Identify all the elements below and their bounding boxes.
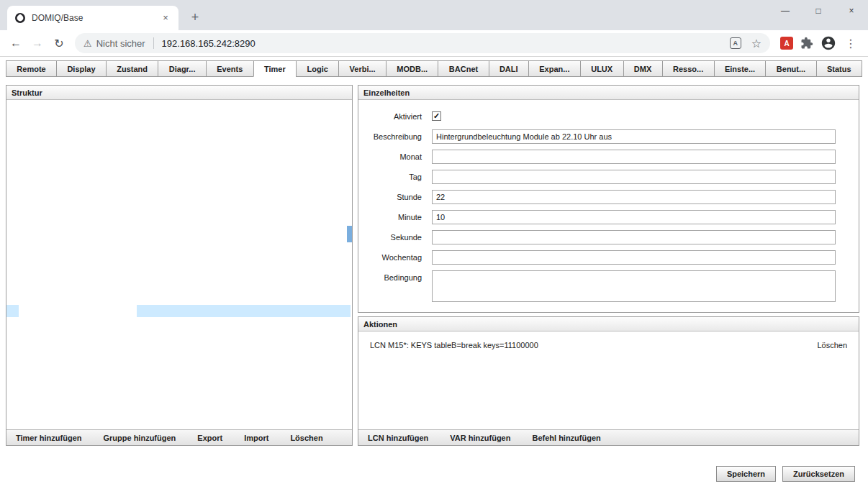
struktur-tree[interactable] [6, 100, 352, 429]
befehl-hinzufuegen-button[interactable]: Befehl hinzufügen [532, 434, 600, 442]
beschreibung-input[interactable] [432, 129, 836, 144]
tag-label: Tag [358, 170, 432, 184]
back-button[interactable]: ← [6, 33, 26, 53]
reload-button[interactable]: ↻ [49, 33, 69, 53]
sekunde-label: Sekunde [358, 230, 432, 244]
stunde-input[interactable] [432, 190, 836, 204]
action-item-text: LCN M15*: KEYS tableB=break keys=1110000… [370, 341, 817, 349]
tab-display[interactable]: Display [56, 60, 107, 77]
timer-hinzufuegen-button[interactable]: Timer hinzufügen [16, 434, 81, 442]
tab-events[interactable]: Events [206, 60, 254, 77]
stunde-label: Stunde [358, 190, 432, 204]
tab-dali[interactable]: DALI [489, 60, 529, 77]
browser-tab-title: DOMIQ/Base [32, 13, 154, 23]
browser-navbar: ← → ↻ ⚠ Nicht sicher 192.168.165.242:829… [0, 30, 868, 57]
timer-form: Aktiviert ✓ Beschreibung Monat Tag Stund… [358, 100, 859, 302]
struktur-toolbar: Timer hinzufügen Gruppe hinzufügen Expor… [6, 429, 352, 445]
security-warning-label[interactable]: Nicht sicher [96, 38, 145, 49]
tab-modbus[interactable]: MODB... [386, 60, 439, 77]
minimize-button[interactable]: — [769, 0, 802, 22]
bookmark-star-icon[interactable]: ☆ [751, 37, 761, 50]
maximize-button[interactable]: □ [802, 0, 835, 22]
struktur-panel: Struktur Timer hinzufügen Gruppe hinzufü… [6, 85, 353, 446]
adobe-acrobat-extension-icon[interactable]: A [780, 37, 793, 50]
tab-timer[interactable]: Timer [253, 60, 297, 77]
wochentag-label: Wochentag [358, 250, 432, 265]
browser-menu-icon[interactable]: ⋮ [844, 37, 858, 50]
speichern-button[interactable]: Speichern [716, 466, 776, 482]
monat-input[interactable] [432, 150, 836, 164]
action-delete-button[interactable]: Löschen [817, 341, 847, 349]
tab-ulux[interactable]: ULUX [580, 60, 624, 77]
einzelheiten-panel: Einzelheiten Aktiviert ✓ Beschreibung Mo… [358, 85, 859, 313]
extensions-puzzle-icon[interactable] [800, 37, 813, 50]
wochentag-input[interactable] [432, 250, 836, 265]
tab-logic[interactable]: Logic [296, 60, 339, 77]
url-text[interactable]: 192.168.165.242:8290 [162, 38, 725, 49]
tab-benutzer[interactable]: Benut... [765, 60, 816, 77]
struktur-loeschen-button[interactable]: Löschen [290, 434, 322, 442]
domiq-favicon-icon [14, 12, 26, 24]
gruppe-hinzufuegen-button[interactable]: Gruppe hinzufügen [103, 434, 176, 442]
profile-avatar-icon[interactable] [820, 35, 836, 51]
minute-label: Minute [358, 210, 432, 224]
aktionen-panel: Aktionen LCN M15*: KEYS tableB=break key… [358, 316, 859, 446]
aktiviert-label: Aktiviert [358, 109, 432, 124]
security-warning-icon[interactable]: ⚠ [83, 38, 92, 49]
tab-zustand[interactable]: Zustand [106, 60, 159, 77]
tab-einstellungen[interactable]: Einste... [714, 60, 767, 77]
form-action-buttons: Speichern Zurücksetzen [716, 466, 855, 482]
beschreibung-label: Beschreibung [358, 129, 432, 144]
translate-icon[interactable]: A [730, 37, 741, 49]
tab-close-icon[interactable]: × [160, 12, 171, 24]
sekunde-input[interactable] [432, 230, 836, 244]
tab-bacnet[interactable]: BACnet [438, 60, 489, 77]
window-controls: — □ × [769, 0, 868, 22]
extension-area: A ⋮ [776, 35, 862, 51]
minute-input[interactable] [432, 210, 836, 224]
window-close-button[interactable]: × [835, 0, 868, 22]
forward-button: → [27, 33, 48, 53]
tree-scrollbar-thumb[interactable] [347, 226, 352, 242]
tab-dmx[interactable]: DMX [623, 60, 663, 77]
page-tab-bar: Remote Display Zustand Diagr... Events T… [6, 60, 862, 77]
tab-expander[interactable]: Expan... [528, 60, 581, 77]
tag-input[interactable] [432, 170, 836, 184]
tab-verbindungen[interactable]: Verbi... [338, 60, 386, 77]
aktionen-panel-title: Aktionen [358, 317, 859, 331]
var-hinzufuegen-button[interactable]: VAR hinzufügen [450, 434, 510, 442]
einzelheiten-panel-title: Einzelheiten [358, 86, 859, 100]
import-button[interactable]: Import [244, 434, 268, 442]
bedingung-textarea[interactable] [432, 270, 836, 302]
monat-label: Monat [358, 150, 432, 164]
action-item[interactable]: LCN M15*: KEYS tableB=break keys=1110000… [358, 338, 859, 352]
tree-selection-fragment [6, 305, 19, 317]
browser-tab[interactable]: DOMIQ/Base × [7, 6, 178, 30]
lcn-hinzufuegen-button[interactable]: LCN hinzufügen [368, 434, 428, 442]
omnibox-divider [153, 37, 154, 49]
tab-ressourcen[interactable]: Resso... [662, 60, 715, 77]
address-bar[interactable]: ⚠ Nicht sicher 192.168.165.242:8290 A ☆ [75, 33, 770, 53]
zuruecksetzen-button[interactable]: Zurücksetzen [782, 466, 855, 482]
tree-selection-fragment [137, 305, 351, 317]
tab-remote[interactable]: Remote [6, 60, 57, 77]
browser-tabstrip: DOMIQ/Base × + — □ × [0, 0, 868, 30]
new-tab-button[interactable]: + [186, 8, 204, 27]
aktiviert-checkbox[interactable]: ✓ [432, 111, 441, 121]
export-button[interactable]: Export [197, 434, 222, 442]
aktionen-toolbar: LCN hinzufügen VAR hinzufügen Befehl hin… [358, 429, 859, 445]
bedingung-label: Bedingung [358, 270, 432, 302]
tab-diagramme[interactable]: Diagr... [158, 60, 206, 77]
tab-status[interactable]: Status [816, 60, 862, 77]
struktur-panel-title: Struktur [6, 86, 352, 100]
